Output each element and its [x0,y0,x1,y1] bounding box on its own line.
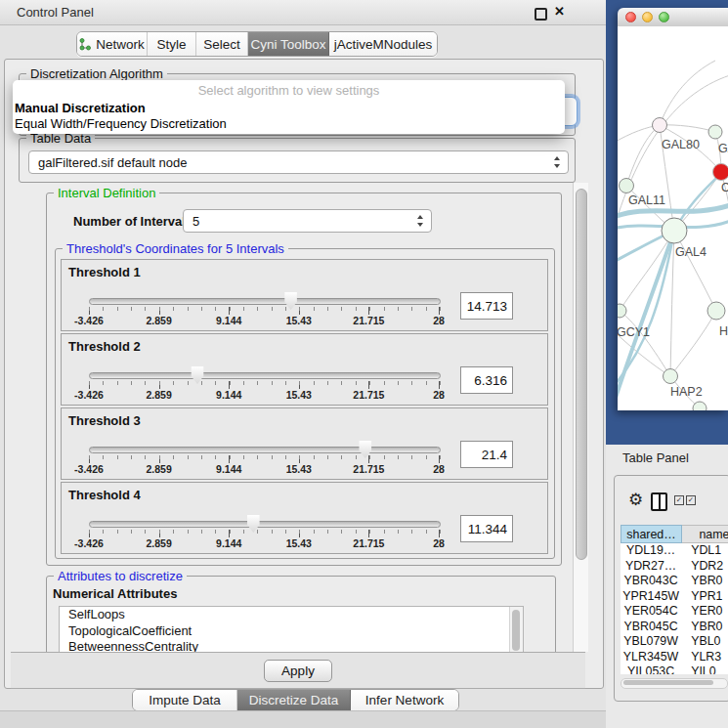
cell-shared-name: YPR145W [621,589,681,605]
algorithm-dropdown-popup: Select algorithm to view settings Manual… [13,80,565,134]
threshold-panel: Threshold 3 -3.426 2.859 9.144 15.43 21.… [61,407,548,480]
table-data-combobox[interactable]: galFiltered.sif default node [28,150,569,174]
cell-name: YIL0 [681,664,728,674]
threshold-value-field[interactable]: 21.4 [460,441,513,468]
node-gal4[interactable] [662,218,687,243]
table-row[interactable]: YER054CYER0 [621,604,728,620]
tab-impute-data[interactable]: Impute Data [133,690,237,710]
node-label: GAL4 [675,245,707,259]
tab-jactivemnodules[interactable]: jActiveMNodules [329,32,437,56]
panel-scrollbar[interactable] [573,183,588,652]
threshold-label: Threshold 4 [68,488,141,502]
tab-label: Style [156,37,186,52]
float-window-icon[interactable] [535,8,547,21]
table-data-group: Table Data galFiltered.sif default node [19,138,576,183]
table-row[interactable]: YPR145WYPR1 [621,589,728,605]
tab-label: Discretize Data [249,693,339,707]
cell-name: YLR3 [681,650,728,665]
tick-label: 21.715 [353,315,384,326]
cell-name: YER0 [681,604,728,620]
tab-cyni-toolbox[interactable]: Cyni Toolbox [248,32,329,56]
table-row[interactable]: YLR345WYLR3 [621,650,728,665]
column-settings-icon[interactable] [651,492,667,511]
zoom-traffic-light-icon[interactable] [659,12,669,22]
gear-icon[interactable]: ⚙ [628,492,643,508]
table-row[interactable]: YIL053CYIL0 [621,664,728,674]
dropdown-placeholder-option[interactable]: Select algorithm to view settings [13,83,565,98]
cell-name: YBL0 [681,634,728,650]
list-item[interactable]: SelfLoops [60,607,523,623]
list-scrollbar[interactable] [509,607,523,652]
cell-shared-name: YBR043C [621,574,681,589]
threshold-value-field[interactable]: 11.344 [460,515,513,542]
tick-label: 9.144 [216,537,241,549]
table-row[interactable]: YBL079WYBL0 [621,634,728,650]
control-panel-titlebar: Control Panel ✕ [0,0,606,25]
threshold-value-field[interactable]: 14.713 [460,292,513,320]
tick-label: -3.426 [74,537,104,549]
table-header-row: shared… name [621,525,728,543]
apply-button[interactable]: Apply [264,660,332,682]
threshold-value-field[interactable]: 6.316 [460,366,513,394]
node-h[interactable] [707,302,725,320]
number-of-intervals-combobox[interactable]: 5 [183,209,432,233]
threshold-slider-track[interactable] [89,447,441,453]
threshold-panel: Threshold 2 -3.426 2.859 9.144 15.43 21.… [61,333,548,406]
threshold-label: Threshold 3 [68,413,141,428]
node-selected-red[interactable] [713,164,728,181]
minimize-traffic-light-icon[interactable] [642,12,653,22]
tab-network[interactable]: Network [77,32,148,56]
table-row[interactable]: YBR043CYBR0 [621,574,728,589]
group-title: Attributes to discretize [54,569,187,583]
tick-label: 9.144 [216,315,241,326]
threshold-slider-track[interactable] [89,372,441,379]
table-panel-title: Table Panel [622,450,689,465]
node-gal80[interactable] [653,118,667,133]
close-icon[interactable]: ✕ [554,4,565,19]
numerical-attributes-list: SelfLoops TopologicalCoefficient Between… [59,606,524,652]
tick-label: 2.859 [146,537,171,549]
node-label: GAL11 [628,193,665,207]
network-view-window: GAL80 GA C GAL11 GAL4 GCY1 H HAP2 [618,8,728,410]
stepper-arrows-icon [417,215,424,227]
list-item[interactable]: BetweennessCentrality [60,639,523,652]
dropdown-option-equal-width[interactable]: Equal Width/Frequency Discretization [15,116,227,131]
scrollbar-thumb[interactable] [512,610,520,651]
network-canvas: GAL80 GA C GAL11 GAL4 GCY1 H HAP2 [618,26,728,410]
node-label: GAL80 [662,138,700,151]
threshold-slider-track[interactable] [89,521,441,528]
tab-label: Cyni Toolbox [250,37,325,52]
tab-label: jActiveMNodules [334,37,433,52]
interval-definition-group: Interval Definition Number of Intervals … [46,193,562,566]
threshold-label: Threshold 2 [68,339,141,354]
tab-style[interactable]: Style [148,32,196,56]
tab-discretize-data[interactable]: Discretize Data [237,690,351,710]
table-row[interactable]: YDR27…YDR2 [621,559,728,575]
threshold-panel: Threshold 4 -3.426 2.859 9.144 15.43 21.… [61,482,548,554]
node-top-right[interactable] [708,125,722,139]
table-row[interactable]: YBR045CYBR0 [621,620,728,635]
group-title: Threshold's Coordinates for 5 Intervals [63,241,288,256]
threshold-slider-track[interactable] [89,298,441,305]
network-graph: GAL80 GA C GAL11 GAL4 GCY1 H HAP2 [618,26,728,410]
scrollbar-thumb[interactable] [576,189,587,560]
column-header-shared-name[interactable]: shared… [621,525,682,543]
node-bottom[interactable] [693,402,707,410]
tab-select[interactable]: Select [196,32,248,56]
tab-infer-network[interactable]: Infer Network [351,690,458,710]
cell-name: YBR0 [681,574,728,589]
scrollbar-thumb[interactable] [623,680,713,685]
select-columns-icons[interactable]: ✓ ✓ [674,495,696,505]
checkbox-icon: ✓ [674,495,684,505]
table-horizontal-scrollbar[interactable] [621,678,728,689]
node-hap2[interactable] [664,369,678,384]
list-item[interactable]: TopologicalCoefficient [60,623,523,640]
column-header-name[interactable]: name [682,525,728,543]
table-panel-window: ⚙ ✓ ✓ shared… name YDL19…YDL1 YDR27…YDR2… [614,475,728,702]
node-gal11[interactable] [620,179,634,193]
dropdown-option-manual[interactable]: Manual Discretization [15,101,146,115]
control-panel-window: Control Panel ✕ Network Style Select [0,0,606,728]
table-row[interactable]: YDL19…YDL1 [621,543,728,559]
close-traffic-light-icon[interactable] [625,12,636,22]
node-gcy1[interactable] [618,304,626,318]
